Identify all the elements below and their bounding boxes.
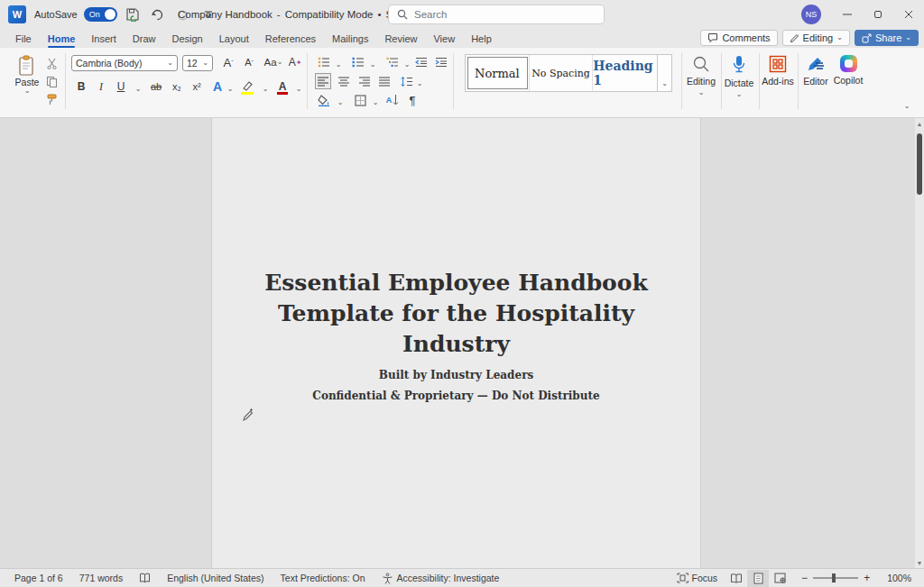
tab-mailings[interactable]: Mailings (324, 29, 376, 48)
document-canvas[interactable]: Essential Employee Handbook Template for… (0, 118, 915, 568)
maximize-button[interactable] (863, 0, 893, 29)
scroll-up-arrow[interactable]: ▲ (915, 118, 924, 129)
borders-dropdown[interactable]: ⌄ (367, 95, 383, 111)
page-indicator[interactable]: Page 1 of 6 (0, 569, 71, 587)
document-page[interactable]: Essential Employee Handbook Template for… (211, 118, 701, 568)
word-app-icon[interactable]: W (8, 5, 26, 23)
copilot-margin-button[interactable] (241, 408, 254, 422)
sort-button[interactable]: A (384, 92, 401, 108)
font-color-dropdown[interactable]: ⌄ (291, 81, 307, 97)
dictate-button[interactable]: Dictate ⌄ (722, 55, 756, 98)
web-layout-button[interactable] (769, 570, 790, 587)
addins-button[interactable]: Add-ins (760, 55, 796, 87)
format-painter-button[interactable] (43, 91, 60, 107)
style-heading1[interactable]: Heading 1 (593, 55, 657, 91)
comments-button[interactable]: Comments (700, 30, 777, 46)
font-size-select[interactable]: 12 ⌄ (182, 55, 213, 71)
zoom-out-button[interactable]: − (790, 569, 813, 587)
tab-review[interactable]: Review (376, 29, 425, 48)
cut-button[interactable] (43, 55, 60, 71)
word-count[interactable]: 771 words (71, 569, 131, 587)
tab-view[interactable]: View (425, 29, 463, 48)
save-button[interactable] (123, 5, 143, 24)
tab-insert-label: Insert (91, 33, 116, 44)
align-left-button[interactable] (315, 73, 331, 89)
zoom-slider[interactable] (813, 577, 858, 579)
highlight-dropdown[interactable]: ⌄ (257, 81, 273, 97)
zoom-slider-thumb[interactable] (832, 573, 836, 582)
change-case-button[interactable]: Aa⌄ (262, 54, 285, 70)
text-predictions[interactable]: Text Predictions: On (273, 569, 374, 587)
document-subtitle-2[interactable]: Confidential & Proprietary — Do Not Dist… (212, 390, 700, 402)
editing-menu-button[interactable]: Editing ⌄ (683, 55, 719, 96)
shrink-font-button[interactable]: Aˇ (241, 54, 257, 70)
tab-insert[interactable]: Insert (83, 29, 125, 48)
share-button[interactable]: Share ⌄ (855, 30, 919, 46)
shading-button[interactable] (316, 92, 332, 108)
read-mode-button[interactable] (725, 570, 747, 587)
zoom-in-button[interactable]: + (858, 569, 879, 587)
copilot-button[interactable]: Copilot (830, 55, 866, 86)
align-right-button[interactable] (356, 73, 373, 89)
strikethrough-button[interactable]: ab (148, 78, 164, 95)
style-no-spacing[interactable]: No Spacing (530, 55, 594, 91)
avatar[interactable]: NS (801, 5, 821, 24)
font-name-select[interactable]: Cambria (Body) ⌄ (71, 55, 178, 71)
line-spacing-dropdown[interactable]: ⌄ (411, 76, 428, 92)
heading-line-2[interactable]: Template for the Hospitality (212, 298, 700, 329)
shading-dropdown[interactable]: ⌄ (332, 95, 348, 111)
increase-indent-button[interactable] (433, 54, 449, 70)
style-normal[interactable]: Normal (466, 55, 530, 91)
scroll-down-arrow[interactable]: ▼ (915, 557, 924, 568)
underline-button[interactable]: U (113, 78, 129, 95)
bullets-dropdown[interactable]: ⌄ (330, 57, 346, 73)
text-effects-dropdown[interactable]: ⌄ (222, 81, 238, 97)
editing-mode-button[interactable]: Editing ⌄ (782, 30, 850, 46)
superscript-button[interactable]: x² (189, 78, 205, 95)
heading-line-3[interactable]: Industry (212, 329, 700, 360)
tab-help[interactable]: Help (463, 29, 500, 48)
accessibility-checker[interactable]: Accessibility: Investigate (374, 569, 508, 587)
tab-layout[interactable]: Layout (211, 29, 257, 48)
document-heading[interactable]: Essential Employee Handbook Template for… (212, 268, 700, 360)
minimize-button[interactable] (832, 0, 863, 29)
zoom-percentage[interactable]: 100% (879, 569, 924, 587)
heading-line-1[interactable]: Essential Employee Handbook (212, 268, 700, 298)
bold-button[interactable]: B (73, 78, 89, 95)
proofing-status[interactable] (131, 569, 159, 587)
italic-button[interactable]: I (93, 78, 109, 95)
vertical-scrollbar[interactable]: ▲ ▼ (915, 118, 924, 568)
undo-button[interactable] (148, 5, 168, 24)
print-layout-button[interactable] (747, 570, 769, 587)
subscript-button[interactable]: x₂ (169, 78, 185, 95)
clear-formatting-button[interactable]: A✦ (287, 54, 303, 70)
autosave-toggle[interactable]: On (84, 7, 117, 22)
editor-label: Editor (803, 76, 827, 87)
scrollbar-thumb[interactable] (917, 133, 922, 195)
font-color-button[interactable]: A (274, 78, 291, 95)
borders-button[interactable] (352, 92, 368, 108)
grow-font-button[interactable]: Aˆ (220, 54, 236, 70)
paste-button[interactable]: Paste ⌄ (13, 55, 42, 102)
numbering-dropdown[interactable]: ⌄ (365, 57, 381, 73)
show-hide-pilcrow-button[interactable]: ¶ (404, 92, 420, 108)
justify-button[interactable] (376, 73, 393, 89)
copy-button[interactable] (43, 73, 60, 89)
editor-button[interactable]: Editor (799, 55, 832, 87)
collapse-ribbon-button[interactable]: ⌄ (899, 98, 915, 115)
tab-home[interactable]: Home (40, 29, 84, 48)
tab-design[interactable]: Design (163, 29, 210, 48)
underline-dropdown[interactable]: ⌄ (130, 81, 146, 97)
styles-more-button[interactable]: ⌄ (658, 54, 672, 92)
tab-draw[interactable]: Draw (125, 29, 164, 48)
align-center-button[interactable] (336, 73, 352, 89)
decrease-indent-button[interactable] (413, 54, 430, 70)
tab-references[interactable]: References (257, 29, 324, 48)
tab-file[interactable]: File (7, 29, 40, 48)
focus-mode-button[interactable]: Focus (669, 569, 726, 587)
close-button[interactable] (893, 0, 924, 29)
document-subtitle-1[interactable]: Built by Industry Leaders (212, 369, 700, 381)
language-indicator[interactable]: English (United States) (159, 569, 272, 587)
highlight-button[interactable] (239, 78, 255, 94)
search-input[interactable]: Search (388, 5, 605, 24)
